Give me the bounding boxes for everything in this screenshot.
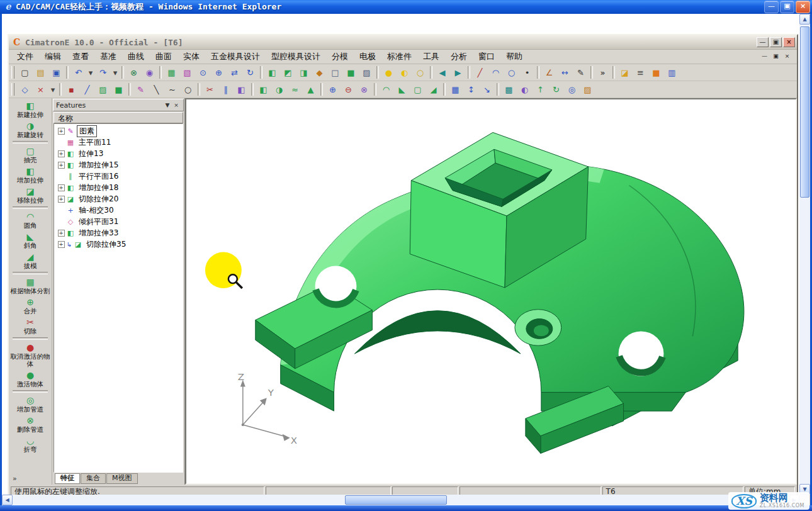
panel-tab-0[interactable]: 特征 xyxy=(55,473,80,484)
toolbar-grip[interactable] xyxy=(11,83,14,96)
feature-tool-13[interactable]: ◎增加管道 xyxy=(9,394,52,414)
tree-item-label[interactable]: 增加拉伸18 xyxy=(77,182,120,193)
spotlight-button[interactable]: ○ xyxy=(412,65,428,80)
menu-item-8[interactable]: 型腔模具设计 xyxy=(266,50,326,64)
menu-item-13[interactable]: 分析 xyxy=(445,50,473,64)
app-minimize-button[interactable]: — xyxy=(757,37,769,47)
mirror-tool-button[interactable]: ◧ xyxy=(234,82,249,97)
model-canvas[interactable]: Z Y X xyxy=(186,99,796,483)
circle-tool-button[interactable]: ○ xyxy=(180,82,196,97)
shaded-mode-button[interactable]: ■ xyxy=(343,65,359,80)
boolean-subtract-button[interactable]: ⊖ xyxy=(341,82,356,97)
material-box-button[interactable]: ■ xyxy=(648,65,664,80)
view-front-button[interactable]: ◧ xyxy=(264,65,280,80)
extrude-tool-button[interactable]: ◧ xyxy=(256,82,271,97)
feature-tool-10[interactable]: ✂切除 xyxy=(9,316,52,336)
uv-mesh-button[interactable]: ▩ xyxy=(501,82,517,97)
sketch-point-button[interactable]: • xyxy=(519,65,535,80)
menu-item-7[interactable]: 五金模具设计 xyxy=(205,50,266,64)
left-tools-overflow-chevron[interactable]: » xyxy=(9,474,52,483)
feature-tool-3[interactable]: ◧增加拉伸 xyxy=(9,165,52,185)
tree-item-4[interactable]: ∥平行平面16 xyxy=(57,171,183,182)
pick-filter-button[interactable]: ◇ xyxy=(17,82,33,97)
sweep-tool-button[interactable]: ≈ xyxy=(287,82,303,97)
env-map-button[interactable]: ◎ xyxy=(564,82,580,97)
measure-angle-button[interactable]: ∠ xyxy=(541,65,557,80)
feature-tool-14[interactable]: ⊗删除管道 xyxy=(9,414,52,434)
shading-options-button[interactable]: ◪ xyxy=(617,65,633,80)
part-model[interactable] xyxy=(256,132,744,453)
tree-item-5[interactable]: +◧增加拉伸18 xyxy=(57,182,183,193)
redo-dropdown-button[interactable]: ▾ xyxy=(111,65,120,80)
menu-item-10[interactable]: 电极 xyxy=(354,50,381,64)
attach-link-button[interactable]: ⊗ xyxy=(126,65,142,80)
menu-item-11[interactable]: 标准件 xyxy=(381,50,417,64)
menu-item-0[interactable]: 文件 xyxy=(11,50,39,64)
redo-button[interactable]: ↷ xyxy=(95,65,111,80)
tree-item-label[interactable]: 切除拉伸20 xyxy=(77,194,120,205)
annotation-button[interactable]: ✎ xyxy=(573,65,589,80)
select-face-button[interactable]: ▨ xyxy=(95,82,111,97)
scroll-up-button[interactable]: ▲ xyxy=(799,14,810,25)
feature-tool-8[interactable]: ▦根据物体分割 xyxy=(9,276,52,296)
pattern-tool-button[interactable]: ▦ xyxy=(448,82,463,97)
menu-item-9[interactable]: 分模 xyxy=(326,50,354,64)
tree-item-3[interactable]: +◧增加拉伸15 xyxy=(57,159,183,171)
menu-item-14[interactable]: 窗口 xyxy=(473,50,500,64)
scale-tool-button[interactable]: ↘ xyxy=(479,82,495,97)
feature-tool-1[interactable]: ◑新建旋转 xyxy=(9,120,52,140)
loft-tool-button[interactable]: ▲ xyxy=(303,82,319,97)
revolve-tool-button[interactable]: ◑ xyxy=(271,82,287,97)
tree-expander[interactable]: + xyxy=(58,150,65,157)
undo-dropdown-button[interactable]: ▾ xyxy=(86,65,95,80)
feature-tool-0[interactable]: ◧新建拉伸 xyxy=(9,99,52,120)
panel-tab-2[interactable]: M视图 xyxy=(106,473,138,484)
show-all-button[interactable]: ▦ xyxy=(164,65,179,80)
tree-item-label[interactable]: 主平面11 xyxy=(77,137,113,148)
horizontal-scrollbar[interactable]: ◀ ▶ xyxy=(2,495,799,505)
surface-analysis-button[interactable]: ◐ xyxy=(517,82,533,97)
view-iso-button[interactable]: ◆ xyxy=(312,65,327,80)
feature-tool-9[interactable]: ⊕合并 xyxy=(9,296,52,316)
sketch-line-button[interactable]: ╱ xyxy=(472,65,488,80)
tree-item-label[interactable]: 轴-相交30 xyxy=(77,205,116,216)
toolbar-grip[interactable] xyxy=(11,66,14,79)
tree-item-label[interactable]: 图素 xyxy=(77,125,97,137)
menu-item-12[interactable]: 工具 xyxy=(417,50,445,64)
wireframe-mode-button[interactable]: □ xyxy=(327,65,343,80)
next-view-button[interactable]: ▶ xyxy=(450,65,466,80)
prev-view-button[interactable]: ◀ xyxy=(434,65,450,80)
fillet-tool-button[interactable]: ◠ xyxy=(378,82,394,97)
delete-entity-button[interactable]: × xyxy=(33,82,48,97)
tree-item-label[interactable]: 增加拉伸33 xyxy=(77,228,120,239)
app-restore-button[interactable]: ▣ xyxy=(770,37,782,47)
shell-tool-button[interactable]: ▢ xyxy=(410,82,426,97)
select-solid-button[interactable]: ■ xyxy=(111,82,127,97)
tree-expander[interactable]: + xyxy=(58,128,65,135)
view-side-button[interactable]: ◨ xyxy=(296,65,312,80)
feature-tool-11[interactable]: ●取消激活的物体 xyxy=(9,341,52,369)
app-close-button[interactable]: × xyxy=(783,37,795,47)
feature-tool-7[interactable]: ◢拔模 xyxy=(9,250,52,271)
tree-item-6[interactable]: +◪切除拉伸20 xyxy=(57,193,183,205)
feature-tool-5[interactable]: ◠圆角 xyxy=(9,210,52,230)
tree-item-1[interactable]: ▦主平面11 xyxy=(57,137,183,148)
tree-item-label[interactable]: 倾斜平面31 xyxy=(77,216,120,227)
pan-view-button[interactable]: ⇄ xyxy=(227,65,242,80)
doc-minimize-button[interactable]: — xyxy=(760,53,769,61)
zoom-fit-button[interactable]: ⊙ xyxy=(195,65,211,80)
menu-item-6[interactable]: 实体 xyxy=(178,50,205,64)
normal-check-button[interactable]: ↑ xyxy=(533,82,548,97)
hidden-line-mode-button[interactable]: ▨ xyxy=(359,65,375,80)
snapshot-button[interactable]: ◉ xyxy=(142,65,157,80)
repaint-button[interactable]: ▧ xyxy=(179,65,195,80)
menu-item-5[interactable]: 曲面 xyxy=(150,50,178,64)
feature-tool-12[interactable]: ●激活物体 xyxy=(9,369,52,389)
menu-item-4[interactable]: 曲线 xyxy=(122,50,150,64)
tree-item-8[interactable]: ◇倾斜平面31 xyxy=(57,216,183,227)
tree-expander[interactable]: + xyxy=(58,230,65,237)
spline-tool-button[interactable]: ~ xyxy=(164,82,180,97)
feature-tool-2[interactable]: ▢抽壳 xyxy=(9,145,52,165)
toolbar-overflow-button[interactable]: » xyxy=(595,65,611,80)
filter-dropdown-button[interactable]: ▾ xyxy=(48,82,57,97)
